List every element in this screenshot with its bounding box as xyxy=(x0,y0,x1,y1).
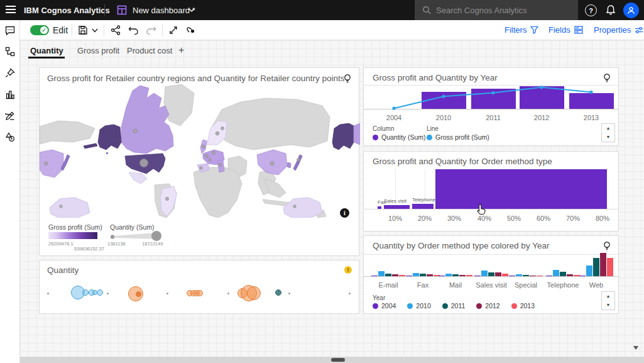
search-icon xyxy=(422,6,431,14)
select-tool-icon[interactable] xyxy=(186,25,196,35)
scroll-down-arrow[interactable] xyxy=(633,346,638,350)
tab-product-cost[interactable]: Product cost xyxy=(127,46,172,55)
topbar-divider xyxy=(104,4,105,16)
toolbar-divider xyxy=(162,24,163,36)
pin-icon[interactable] xyxy=(5,68,15,78)
properties-sliders-icon xyxy=(635,26,643,34)
search-placeholder: Search Cognos Analytics xyxy=(436,6,527,15)
year-legend-items: 20042010201120122013 xyxy=(373,302,535,310)
chart-scroll-spinner[interactable]: ▲▼ xyxy=(601,123,615,142)
edit-toolbar: ✓ Edit Filters Field xyxy=(20,20,644,40)
gross-profit-legend-title: Gross profit (Sum) xyxy=(48,223,102,231)
notifications-bell-icon[interactable] xyxy=(606,4,616,16)
horizontal-scrollbar-thumb[interactable] xyxy=(331,358,345,362)
map-panel-title: Gross profit for Retailer country region… xyxy=(47,74,344,83)
legend-gross-profit: Gross profit (Sum) xyxy=(427,133,489,141)
bubble-strip-plot[interactable] xyxy=(40,260,359,313)
widgets-pen-icon[interactable] xyxy=(5,111,15,121)
tab-gross-profit[interactable]: Gross profit xyxy=(77,46,119,55)
insights-lightbulb-icon[interactable] xyxy=(343,74,352,84)
toggle-check-icon: ✓ xyxy=(40,26,48,34)
gross-profit-color-ramp xyxy=(48,232,97,239)
order-method-plot[interactable]: 10%20%30%40%50%60%70%80%FaxSales visitTe… xyxy=(364,152,618,231)
toolbar-divider xyxy=(104,24,104,36)
edit-toggle[interactable]: ✓ xyxy=(30,25,49,35)
search-input[interactable]: Search Cognos Analytics xyxy=(415,0,578,20)
toolbar-divider xyxy=(72,24,72,36)
horizontal-scrollbar[interactable] xyxy=(20,357,644,363)
person-icon xyxy=(627,6,635,14)
fields-label: Fields xyxy=(548,25,570,35)
properties-button[interactable]: Properties xyxy=(594,25,643,35)
map-gray-land xyxy=(40,84,330,218)
map-panel[interactable]: Gross profit for Retailer country region… xyxy=(39,67,359,256)
automations-icon[interactable] xyxy=(5,132,15,142)
left-sidebar xyxy=(0,20,20,363)
quantity-legend-dot xyxy=(373,135,378,140)
legend-column-head: Column xyxy=(373,125,394,132)
x-tick: 2012 xyxy=(534,114,549,121)
fields-list-icon xyxy=(574,26,583,34)
tab-quantity[interactable]: Quantity xyxy=(30,46,63,55)
redo-icon[interactable] xyxy=(146,25,156,35)
x-tick: 2004 xyxy=(386,114,401,121)
filters-button[interactable]: Filters xyxy=(505,25,538,35)
edit-label: Edit xyxy=(53,25,68,35)
filter-funnel-icon xyxy=(530,26,538,34)
save-chevron-icon[interactable] xyxy=(92,28,98,33)
undo-icon[interactable] xyxy=(128,25,139,35)
x-tick: 2011 xyxy=(486,114,501,121)
data-sources-icon[interactable] xyxy=(5,47,15,57)
year-combo-panel[interactable]: Gross profit and Quantity by Year 200420… xyxy=(363,67,619,146)
year-legend-title: Year xyxy=(373,294,385,301)
x-tick: 2013 xyxy=(584,114,599,121)
properties-label: Properties xyxy=(594,25,631,35)
bubble-panel[interactable]: Quantity ! xyxy=(39,260,359,314)
gross-profit-max: 539636152.37 xyxy=(74,246,104,252)
hamburger-menu-icon[interactable] xyxy=(6,6,16,14)
comment-icon[interactable] xyxy=(5,26,15,36)
save-icon[interactable] xyxy=(78,25,88,35)
active-tab-underline xyxy=(28,57,65,59)
qty-by-method-panel[interactable]: Quantity by Order method type colored by… xyxy=(363,235,619,314)
gross-profit-min: 26209476.1 xyxy=(48,241,74,247)
dashboard-name[interactable]: New dashboard * xyxy=(133,6,195,15)
chevron-down-icon[interactable] xyxy=(188,8,195,13)
visualizations-chart-icon[interactable] xyxy=(5,89,15,99)
fields-button[interactable]: Fields xyxy=(548,25,583,35)
gross-profit-legend-dot xyxy=(427,135,432,140)
x-tick: 2010 xyxy=(436,114,451,121)
avatar[interactable] xyxy=(623,3,639,18)
share-icon[interactable] xyxy=(111,25,121,35)
mouse-cursor-hand xyxy=(476,204,487,215)
order-method-panel[interactable]: Gross profit and Quantity for Order meth… xyxy=(363,151,619,232)
add-tab-button[interactable]: + xyxy=(178,45,184,56)
legend-quantity: Quantity (Sum) xyxy=(373,133,426,141)
dashboard-icon xyxy=(117,5,127,15)
quantity-max: 16722149 xyxy=(142,241,163,247)
chart-scroll-spinner[interactable]: ▲▼ xyxy=(601,291,615,310)
world-map[interactable] xyxy=(40,84,360,218)
info-icon[interactable]: i xyxy=(340,208,349,218)
expand-icon[interactable] xyxy=(168,25,178,35)
top-app-bar: IBM Cognos Analytics New dashboard * Sea… xyxy=(0,0,644,20)
filters-label: Filters xyxy=(505,25,527,35)
legend-line-head: Line xyxy=(427,125,439,132)
app-title: IBM Cognos Analytics xyxy=(24,6,110,15)
help-icon[interactable]: ? xyxy=(585,4,597,16)
quantity-min: 1361136 xyxy=(107,241,126,247)
